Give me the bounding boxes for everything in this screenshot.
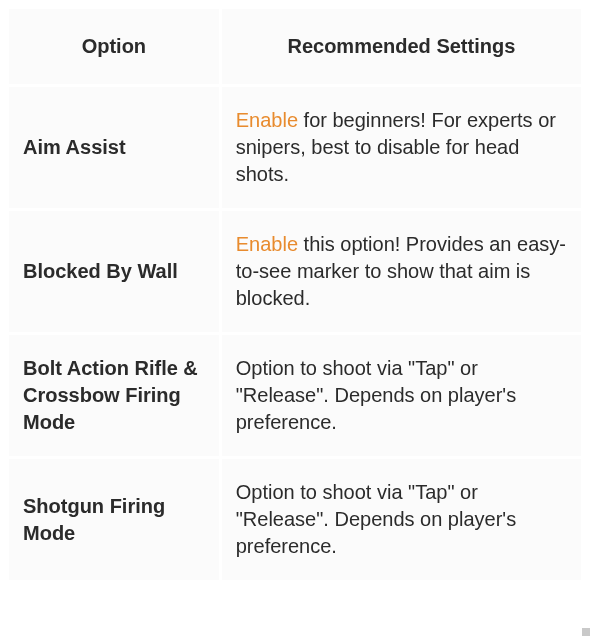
table-row: Aim Assist Enable for beginners! For exp… [8, 86, 583, 210]
table-header-row: Option Recommended Settings [8, 8, 583, 86]
option-cell: Shotgun Firing Mode [8, 458, 221, 582]
settings-table-wrapper: Option Recommended Settings Aim Assist E… [0, 0, 590, 589]
highlight-keyword: Enable [236, 109, 298, 131]
recommended-text: Option to shoot via "Tap" or "Release". … [236, 357, 516, 433]
header-recommended: Recommended Settings [220, 8, 582, 86]
settings-table: Option Recommended Settings Aim Assist E… [6, 6, 584, 583]
option-cell: Aim Assist [8, 86, 221, 210]
option-cell: Blocked By Wall [8, 210, 221, 334]
recommended-cell: Enable this option! Provides an easy-to-… [220, 210, 582, 334]
table-row: Bolt Action Rifle & Crossbow Firing Mode… [8, 334, 583, 458]
table-row: Blocked By Wall Enable this option! Prov… [8, 210, 583, 334]
option-cell: Bolt Action Rifle & Crossbow Firing Mode [8, 334, 221, 458]
header-option: Option [8, 8, 221, 86]
highlight-keyword: Enable [236, 233, 298, 255]
recommended-cell: Option to shoot via "Tap" or "Release". … [220, 334, 582, 458]
table-row: Shotgun Firing Mode Option to shoot via … [8, 458, 583, 582]
recommended-cell: Option to shoot via "Tap" or "Release". … [220, 458, 582, 582]
recommended-text: Option to shoot via "Tap" or "Release". … [236, 481, 516, 557]
recommended-cell: Enable for beginners! For experts or sni… [220, 86, 582, 210]
